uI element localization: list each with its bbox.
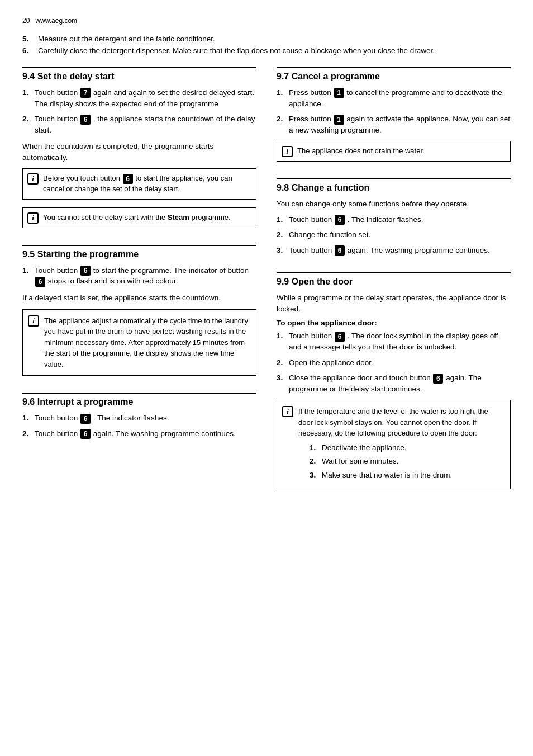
right-column: 9.7 Cancel a programme 1. Press button 1…: [277, 65, 511, 504]
section-9-7: 9.7 Cancel a programme 1. Press button 1…: [277, 65, 511, 167]
button-6-icon: 6: [80, 115, 91, 125]
section-9-4: 9.4 Set the delay start 1. Touch button …: [22, 65, 256, 234]
section-9-9-heading: 9.9 Open the door: [277, 272, 511, 287]
step-9-4-1: 1. Touch button 7 again and again to set…: [22, 87, 256, 109]
step-9-4-2: 2. Touch button 6 , the appliance starts…: [22, 114, 256, 135]
step-9-6-2: 2. Touch button 6 again. The washing pro…: [22, 428, 256, 440]
website: www.aeg.com: [35, 17, 77, 25]
info-icon-5: i: [282, 406, 293, 417]
section-9-7-heading: 9.7 Cancel a programme: [277, 67, 511, 82]
step-9-8-2: 2. Change the function set.: [277, 229, 511, 240]
section-9-8-intro: You can change only some functions befor…: [277, 199, 511, 210]
info-sub-steps: 1. Deactivate the appliance. 2. Wait for…: [310, 442, 503, 481]
info-sub-step-1: 1. Deactivate the appliance.: [310, 442, 503, 453]
section-9-8-steps: 1. Touch button 6 . The indicator flashe…: [277, 214, 511, 256]
step-9-6-1: 1. Touch button 6 . The indicator flashe…: [22, 413, 256, 424]
info-box-9-5: i The appliance adjust automatically the…: [22, 309, 256, 376]
step-9-9-3: 3. Close the appliance door and touch bu…: [277, 372, 511, 394]
two-column-layout: 9.4 Set the delay start 1. Touch button …: [22, 65, 511, 504]
section-9-5: 9.5 Starting the programme 1. Touch butt…: [22, 243, 256, 381]
button-6-icon: 6: [433, 374, 443, 384]
page-header: 20 www.aeg.com: [22, 17, 511, 25]
step-9-9-2: 2. Open the appliance door.: [277, 357, 511, 368]
section-9-4-steps: 1. Touch button 7 again and again to set…: [22, 87, 256, 135]
button-1-icon: 1: [334, 88, 344, 98]
step-9-9-1: 1. Touch button 6 . The door lock symbol…: [277, 330, 511, 352]
section-9-6-heading: 9.6 Interrupt a programme: [22, 393, 256, 407]
section-9-7-steps: 1. Press button 1 to cancel the programm…: [277, 87, 511, 135]
intro-step-5: 5. Measure out the detergent and the fab…: [22, 35, 511, 43]
step-9-4-after: When the countdown is completed, the pro…: [22, 141, 256, 163]
info-icon-3: i: [28, 315, 39, 327]
section-9-5-heading: 9.5 Starting the programme: [22, 245, 256, 259]
section-9-9-steps: 1. Touch button 6 . The door lock symbol…: [277, 330, 511, 394]
button-6-icon: 6: [35, 277, 45, 287]
info-box-9-4-2: i You cannot set the delay start with th…: [22, 207, 256, 228]
button-6-icon: 6: [80, 414, 91, 424]
button-1-icon: 1: [334, 115, 344, 125]
section-9-5-steps: 1. Touch button 6 to start the programme…: [22, 265, 256, 287]
button-6-icon: 6: [335, 245, 345, 256]
section-9-4-heading: 9.4 Set the delay start: [22, 67, 256, 82]
section-9-6: 9.6 Interrupt a programme 1. Touch butto…: [22, 390, 256, 445]
step-9-7-1: 1. Press button 1 to cancel the programm…: [277, 87, 511, 109]
info-icon-1: i: [27, 173, 39, 185]
step-9-8-3: 3. Touch button 6 again. The washing pro…: [277, 245, 511, 256]
info-sub-step-3: 3. Make sure that no water is in the dru…: [310, 470, 503, 481]
button-6-icon: 6: [80, 429, 91, 439]
button-7-icon: 7: [80, 88, 91, 98]
section-9-9-subheading: To open the appliance door:: [277, 319, 511, 327]
section-9-8: 9.8 Change a function You can change onl…: [277, 176, 511, 261]
info-icon-4: i: [282, 146, 293, 157]
section-9-6-steps: 1. Touch button 6 . The indicator flashe…: [22, 413, 256, 439]
left-column: 9.4 Set the delay start 1. Touch button …: [22, 65, 256, 504]
section-9-9-intro: While a programme or the delay start ope…: [277, 292, 511, 314]
intro-step-6: 6. Carefully close the detergent dispens…: [22, 46, 511, 55]
info-box-9-7: i The appliance does not drain the water…: [277, 141, 511, 162]
step-9-5-1: 1. Touch button 6 to start the programme…: [22, 265, 256, 287]
section-9-9: 9.9 Open the door While a programme or t…: [277, 270, 511, 495]
info-icon-2: i: [27, 212, 39, 224]
step-9-7-2: 2. Press button 1 again to activate the …: [277, 114, 511, 135]
button-6-icon: 6: [335, 332, 345, 342]
step-9-5-after: If a delayed start is set, the appliance…: [22, 292, 256, 304]
info-box-9-9: i If the temperature and the level of th…: [277, 400, 511, 489]
info-sub-step-2: 2. Wait for some minutes.: [310, 456, 503, 467]
button-6-icon: 6: [123, 174, 133, 184]
button-6-icon: 6: [80, 266, 91, 276]
step-9-8-1: 1. Touch button 6 . The indicator flashe…: [277, 214, 511, 225]
info-box-9-4-1: i Before you touch button 6 to start the…: [22, 168, 256, 200]
section-9-8-heading: 9.8 Change a function: [277, 178, 511, 193]
intro-list: 5. Measure out the detergent and the fab…: [22, 35, 511, 55]
page-number: 20: [22, 17, 30, 25]
button-6-icon: 6: [335, 215, 345, 225]
